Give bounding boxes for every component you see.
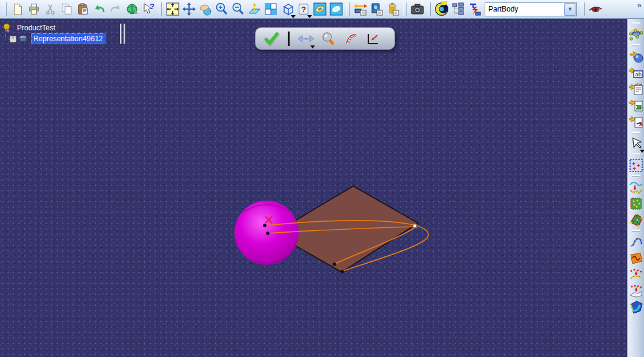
- tree-item-label[interactable]: ProductTest: [15, 23, 57, 33]
- curve-projection-icon[interactable]: [628, 179, 644, 195]
- floating-dialog-toolbar: [255, 27, 395, 50]
- rotate-icon[interactable]: [197, 1, 213, 17]
- new-document-icon[interactable]: [9, 1, 25, 17]
- print-icon[interactable]: [25, 1, 42, 17]
- help-pointer-icon[interactable]: ?: [140, 1, 156, 17]
- toolbar-grip[interactable]: [582, 2, 585, 16]
- svg-text:?: ?: [301, 5, 306, 14]
- representation-icon: [18, 34, 28, 44]
- chevron-down-icon[interactable]: [640, 150, 644, 153]
- digitized-shape-workbench-icon[interactable]: [628, 26, 644, 42]
- zoom-out-icon[interactable]: [230, 1, 246, 17]
- tree-expand-button[interactable]: +: [10, 36, 16, 42]
- cut-icon[interactable]: [42, 1, 58, 17]
- visualization-eye-icon[interactable]: [587, 1, 603, 17]
- normal-view-icon[interactable]: [246, 1, 262, 17]
- import-notes-icon[interactable]: [628, 81, 644, 97]
- annotation-ab-icon[interactable]: ab: [628, 64, 644, 81]
- multi-view-icon[interactable]: [262, 1, 279, 17]
- magnifier-3d-icon[interactable]: [320, 30, 337, 47]
- view-mode-icon[interactable]: ?: [295, 1, 311, 17]
- measure-item-icon[interactable]: [368, 1, 385, 17]
- toolbar-grip[interactable]: [632, 175, 640, 177]
- grid-filter-icon[interactable]: [628, 195, 644, 212]
- toolbar-grip[interactable]: [347, 2, 350, 16]
- zoom-in-icon[interactable]: [213, 1, 230, 17]
- combo-dropdown-button[interactable]: ▼: [564, 3, 576, 16]
- catia-logo-icon[interactable]: [433, 1, 450, 17]
- surface-fit-icon[interactable]: [628, 282, 644, 299]
- toolbar-grip[interactable]: [4, 2, 7, 16]
- frame-arrow-icon[interactable]: [365, 30, 382, 47]
- catia-application-window: ? ?: [0, 0, 644, 357]
- tree-item-label[interactable]: Representation49612: [31, 33, 105, 44]
- measure-between-icon[interactable]: [352, 1, 368, 17]
- facet-surface-icon[interactable]: [628, 212, 644, 228]
- pan-icon[interactable]: [181, 1, 197, 17]
- undo-icon[interactable]: [91, 1, 107, 17]
- shading-with-edges-icon[interactable]: [311, 1, 328, 17]
- toolbar-grip[interactable]: [632, 44, 640, 46]
- chevron-down-icon[interactable]: [310, 45, 315, 48]
- double-arrow-icon[interactable]: [297, 30, 314, 47]
- tree-item-representation[interactable]: + Representation49612: [10, 33, 105, 44]
- toolbar-grip[interactable]: [632, 22, 640, 24]
- toolbar-grip[interactable]: [428, 2, 431, 16]
- export-page-out-icon[interactable]: [628, 113, 644, 130]
- partbody-combobox[interactable]: PartBody ▼: [485, 2, 577, 16]
- scan-curve-icon[interactable]: [628, 233, 644, 250]
- export-page-in-icon[interactable]: [628, 97, 644, 113]
- fit-all-in-icon[interactable]: [164, 1, 181, 17]
- wave-surface-icon[interactable]: [628, 250, 644, 266]
- toolbar-grip[interactable]: [403, 2, 407, 16]
- redo-icon[interactable]: [107, 1, 124, 17]
- curve-fit-icon[interactable]: [628, 266, 644, 282]
- white-point-marker: [413, 224, 417, 228]
- right-toolbar: ab: [627, 19, 644, 357]
- curvature-comb-icon[interactable]: [342, 30, 359, 47]
- shading-icon[interactable]: [328, 1, 344, 17]
- copy-icon[interactable]: [58, 1, 75, 17]
- power-fit-icon[interactable]: [628, 299, 644, 315]
- svg-text:?: ?: [150, 2, 154, 11]
- select-arrow-icon[interactable]: [628, 135, 644, 152]
- toolbar-grip[interactable]: [159, 2, 162, 16]
- overflow-chevron-icon[interactable]: »: [637, 1, 640, 10]
- capture-camera-icon[interactable]: [409, 1, 425, 17]
- web-globe-icon[interactable]: [124, 1, 140, 17]
- measure-inertia-icon[interactable]: [385, 1, 401, 17]
- import-cloud-ball-icon[interactable]: [628, 48, 644, 64]
- 3d-viewport[interactable]: ProductTest + Representation49612: [0, 19, 627, 357]
- toolbar-separator: [288, 32, 290, 46]
- tree-item-product[interactable]: ProductTest: [2, 22, 105, 33]
- specification-tree: ProductTest + Representation49612: [2, 22, 105, 44]
- cloud-import-stars-icon[interactable]: [628, 157, 644, 173]
- toolbar-grip[interactable]: [632, 153, 640, 155]
- toolbar-grip[interactable]: [632, 132, 640, 133]
- ok-check-icon[interactable]: [263, 30, 280, 47]
- update-icon[interactable]: [466, 1, 482, 17]
- top-toolbar: ? ?: [0, 0, 644, 19]
- specification-tree-icon[interactable]: [450, 1, 466, 17]
- partbody-combo-value: PartBody: [485, 5, 564, 13]
- 3d-scene: [0, 19, 627, 357]
- svg-text:ab: ab: [635, 71, 642, 78]
- paste-icon[interactable]: [75, 1, 91, 17]
- isometric-view-icon[interactable]: [279, 1, 295, 17]
- tree-zoom-bars[interactable]: [120, 24, 125, 44]
- toolbar-grip[interactable]: [632, 230, 640, 232]
